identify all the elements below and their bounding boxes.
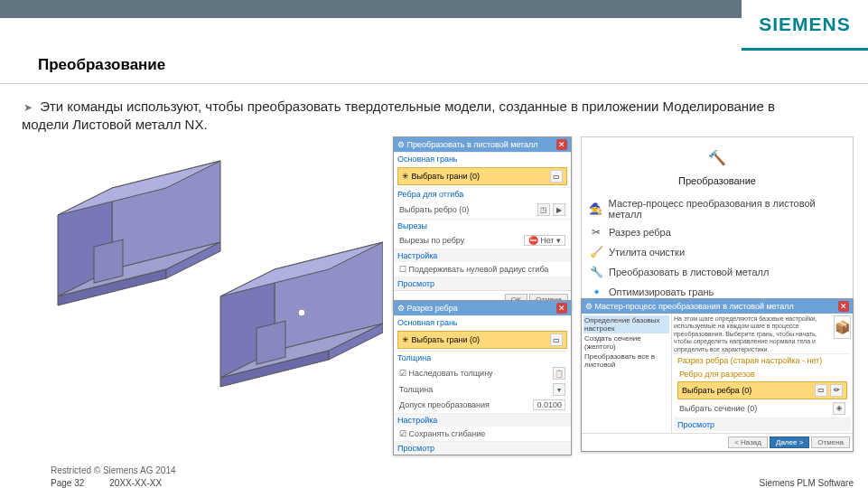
dialog-titlebar[interactable]: ⚙ Преобразовать в листовой металл✕ (394, 137, 571, 152)
body-paragraph: Эти команды используют, чтобы преобразов… (22, 99, 775, 132)
next-button[interactable]: Далее > (770, 436, 809, 448)
model-illustration (22, 152, 383, 400)
close-icon[interactable]: ✕ (556, 139, 567, 150)
footer-date: 20XX-XX-XX (109, 478, 162, 488)
svg-point-14 (298, 309, 305, 316)
back-button[interactable]: < Назад (728, 436, 768, 448)
picker-icon[interactable]: ▶ (553, 203, 565, 216)
footer-right: Siemens PLM Software (760, 478, 854, 488)
close-icon[interactable]: ✕ (556, 303, 567, 314)
logo-area: SIEMENS (742, 0, 868, 51)
close-icon[interactable]: ✕ (838, 301, 849, 312)
svg-rect-13 (257, 321, 285, 364)
convert-menu: 🔨 Преобразование 🧙Мастер-процесс преобра… (581, 136, 854, 306)
convert-icon: 🔨 (705, 145, 730, 170)
siemens-logo: SIEMENS (759, 14, 851, 35)
bullet-icon: ➤ (23, 101, 33, 114)
menu-item-rip[interactable]: ✂Разрез ребра (585, 222, 849, 242)
page-title: Преобразование (38, 56, 165, 74)
select-faces-field[interactable]: ✳ Выбрать грани (0)▭ (397, 167, 567, 185)
menu-item-cleanup[interactable]: 🧹Утилита очистки (585, 242, 849, 262)
menu-title: Преобразование (585, 175, 849, 186)
section-label: Основная грань (394, 152, 571, 165)
picker-icon[interactable]: ◳ (537, 203, 550, 216)
convert-dialog: ⚙ Преобразовать в листовой металл✕ Основ… (393, 136, 572, 309)
svg-rect-6 (94, 239, 123, 283)
page-number: Page 32 (51, 478, 84, 488)
edge-row[interactable]: Выбрать ребро (0) ◳ ▶ (397, 202, 567, 217)
cancel-button[interactable]: Отмена (811, 436, 850, 448)
picker-icon[interactable]: ▭ (550, 170, 563, 183)
wizard-icon: 📦 (834, 315, 851, 339)
menu-item-convert[interactable]: 🔧Преобразовать в листовой металл (585, 262, 849, 282)
restricted-label: Restricted © Siemens AG 2014 (51, 465, 176, 475)
menu-item-wizard[interactable]: 🧙Мастер-процесс преобразования в листово… (585, 195, 849, 222)
footer-left: Page 32 20XX-XX-XX (51, 478, 162, 488)
wizard-dialog: ⚙ Мастер-процесс преобразования в листов… (581, 298, 854, 452)
edge-rip-dialog: ⚙ Разрез ребра✕ Основная грань ✳ Выбрать… (393, 300, 572, 455)
body-text: ➤ Эти команды используют, чтобы преобраз… (22, 98, 807, 135)
